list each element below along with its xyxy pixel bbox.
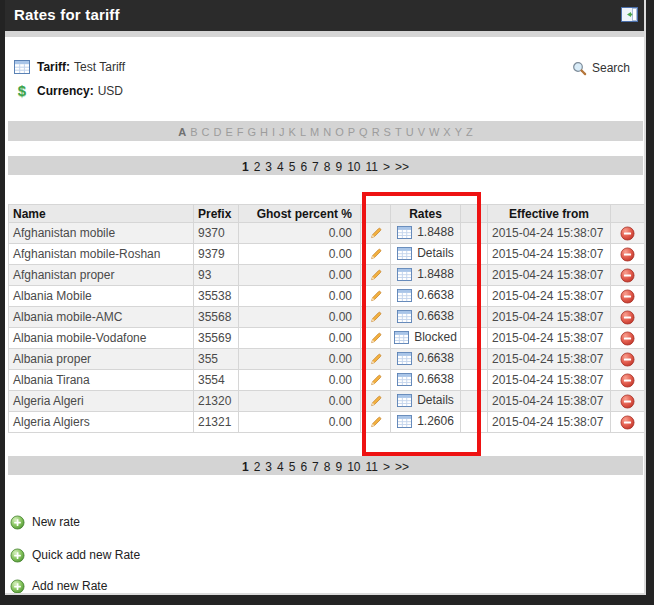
page-10[interactable]: 10 [347, 160, 360, 174]
page-next[interactable]: > [383, 460, 390, 474]
delete-icon[interactable] [620, 310, 635, 325]
rates-link[interactable]: 0.6638 [397, 288, 454, 302]
page-next[interactable]: > [383, 160, 390, 174]
header-ghost-percent[interactable]: Ghost percent % [239, 205, 361, 223]
rates-link[interactable]: 0.6638 [397, 351, 454, 365]
delete-icon[interactable] [620, 394, 635, 409]
new-rate-link[interactable]: New rate [10, 514, 80, 530]
alphabet-letter-B[interactable]: B [190, 126, 197, 138]
page-8[interactable]: 8 [324, 460, 331, 474]
header-rates[interactable]: Rates [391, 205, 461, 223]
page-7[interactable]: 7 [312, 460, 319, 474]
alphabet-letter-Q[interactable]: Q [359, 126, 368, 138]
page-4[interactable]: 4 [277, 460, 284, 474]
alphabet-letter-G[interactable]: G [248, 126, 257, 138]
page-last[interactable]: >> [395, 160, 409, 174]
rates-link[interactable]: 1.8488 [397, 267, 454, 281]
alphabet-letter-A[interactable]: A [178, 126, 186, 138]
page-3[interactable]: 3 [265, 160, 272, 174]
page-11[interactable]: 11 [366, 460, 378, 474]
rates-link[interactable]: Details [397, 393, 454, 407]
delete-icon[interactable] [620, 373, 635, 388]
page-1[interactable]: 1 [242, 460, 249, 474]
edit-pencil-icon[interactable] [369, 373, 383, 387]
quick-add-new-rate-label: Quick add new Rate [32, 548, 140, 562]
edit-pencil-icon[interactable] [369, 268, 383, 282]
rate-details-icon [397, 352, 412, 365]
page-5[interactable]: 5 [289, 160, 296, 174]
page-6[interactable]: 6 [300, 160, 307, 174]
page-4[interactable]: 4 [277, 160, 284, 174]
alphabet-letter-D[interactable]: D [213, 126, 221, 138]
page-3[interactable]: 3 [265, 460, 272, 474]
alphabet-letter-X[interactable]: X [443, 126, 450, 138]
alphabet-letter-S[interactable]: S [384, 126, 391, 138]
edit-pencil-icon[interactable] [369, 394, 383, 408]
header-prefix[interactable]: Prefix [194, 205, 239, 223]
alphabet-letter-O[interactable]: O [335, 126, 344, 138]
page-10[interactable]: 10 [347, 460, 360, 474]
cell-rates: 1.8488 [391, 265, 461, 286]
window-dock-icon[interactable] [621, 6, 638, 23]
page-9[interactable]: 9 [335, 460, 342, 474]
edit-pencil-icon[interactable] [369, 331, 383, 345]
alphabet-letter-J[interactable]: J [279, 126, 285, 138]
alphabet-letter-Y[interactable]: Y [455, 126, 462, 138]
edit-pencil-icon[interactable] [369, 310, 383, 324]
alphabet-letter-C[interactable]: C [202, 126, 210, 138]
alphabet-letter-M[interactable]: M [310, 126, 319, 138]
page-9[interactable]: 9 [335, 160, 342, 174]
edit-pencil-icon[interactable] [369, 226, 383, 240]
rates-link[interactable]: Details [397, 246, 454, 260]
alphabet-letter-N[interactable]: N [323, 126, 331, 138]
alphabet-letter-W[interactable]: W [429, 126, 439, 138]
tariff-value: Test Tariff [74, 60, 125, 74]
rate-value: Details [417, 393, 454, 407]
page-8[interactable]: 8 [324, 160, 331, 174]
page-2[interactable]: 2 [254, 460, 261, 474]
alphabet-letter-K[interactable]: K [289, 126, 296, 138]
alphabet-letter-V[interactable]: V [418, 126, 425, 138]
edit-pencil-icon[interactable] [369, 415, 383, 429]
delete-icon[interactable] [620, 415, 635, 430]
alphabet-letter-I[interactable]: I [272, 126, 275, 138]
page-6[interactable]: 6 [300, 460, 307, 474]
page-1[interactable]: 1 [242, 160, 249, 174]
page-7[interactable]: 7 [312, 160, 319, 174]
alphabet-letter-L[interactable]: L [300, 126, 306, 138]
delete-icon[interactable] [620, 289, 635, 304]
rates-link[interactable]: 1.8488 [397, 225, 454, 239]
alphabet-letter-R[interactable]: R [372, 126, 380, 138]
add-new-rate-link[interactable]: Add new Rate [10, 578, 107, 594]
edit-pencil-icon[interactable] [369, 289, 383, 303]
delete-icon[interactable] [620, 247, 635, 262]
edit-pencil-icon[interactable] [369, 247, 383, 261]
rates-link[interactable]: 0.6638 [397, 309, 454, 323]
alphabet-letter-U[interactable]: U [406, 126, 414, 138]
delete-icon[interactable] [620, 331, 635, 346]
alphabet-letter-Z[interactable]: Z [466, 126, 473, 138]
alphabet-letter-F[interactable]: F [237, 126, 244, 138]
alphabet-letter-H[interactable]: H [260, 126, 268, 138]
cell-name: Albania Tirana [9, 370, 194, 391]
alphabet-letter-P[interactable]: P [348, 126, 355, 138]
header-effective-from[interactable]: Effective from [488, 205, 611, 223]
delete-icon[interactable] [620, 268, 635, 283]
alphabet-letter-E[interactable]: E [225, 126, 232, 138]
search-link[interactable]: Search [572, 60, 630, 76]
header-name[interactable]: Name [9, 205, 194, 223]
page-11[interactable]: 11 [366, 160, 378, 174]
rates-link[interactable]: 0.6638 [397, 372, 454, 386]
cell-edit [361, 265, 391, 286]
page-2[interactable]: 2 [254, 160, 261, 174]
page-5[interactable]: 5 [289, 460, 296, 474]
rates-link[interactable]: 1.2606 [397, 414, 454, 428]
edit-pencil-icon[interactable] [369, 352, 383, 366]
page-last[interactable]: >> [395, 460, 409, 474]
table-row: Albania mobile-Vodafone355690.00Blocked2… [9, 328, 645, 349]
rates-link[interactable]: Blocked [394, 330, 457, 344]
alphabet-letter-T[interactable]: T [395, 126, 402, 138]
delete-icon[interactable] [620, 226, 635, 241]
delete-icon[interactable] [620, 352, 635, 367]
quick-add-new-rate-link[interactable]: Quick add new Rate [10, 547, 140, 563]
